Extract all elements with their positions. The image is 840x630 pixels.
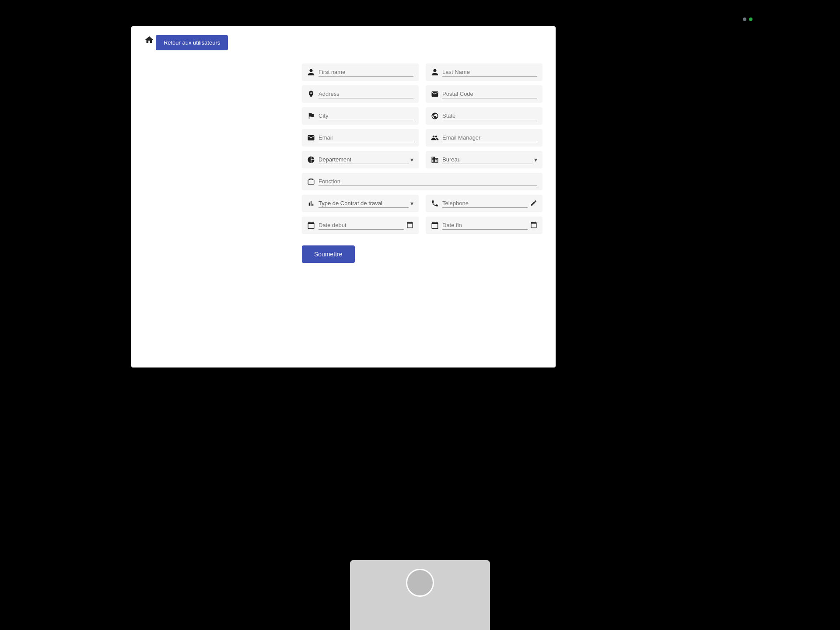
- type-contrat-field: Type de Contrat de travail ▾: [302, 195, 419, 212]
- state-field: [426, 107, 542, 125]
- avatar: [406, 569, 434, 597]
- first-name-input[interactable]: [318, 68, 413, 77]
- form-area: Departement ▾ Bureau ▾: [302, 63, 542, 263]
- telephone-edit-icon[interactable]: [530, 200, 537, 208]
- building-icon: [431, 156, 439, 164]
- last-name-input[interactable]: [442, 68, 537, 77]
- bureau-dropdown-icon: ▾: [534, 156, 537, 163]
- bureau-select[interactable]: Bureau: [442, 155, 532, 164]
- address-input[interactable]: [318, 90, 413, 98]
- row-dept-bureau: Departement ▾ Bureau ▾: [302, 151, 542, 168]
- back-button[interactable]: Retour aux utilisateurs: [156, 35, 228, 50]
- row-city-state: [302, 107, 542, 125]
- last-name-field: [426, 63, 542, 81]
- date-debut-picker-icon[interactable]: [406, 221, 413, 230]
- email-manager-input[interactable]: [442, 133, 537, 142]
- row-fonction: [302, 173, 542, 190]
- email-field: [302, 129, 419, 147]
- pie-chart-icon: [307, 156, 315, 164]
- row-email: [302, 129, 542, 147]
- calendar-debut-icon: [307, 221, 315, 229]
- fonction-field: [302, 173, 542, 190]
- calendar-fin-icon: [431, 221, 439, 229]
- state-input[interactable]: [442, 112, 537, 120]
- departement-dropdown-icon: ▾: [410, 156, 413, 163]
- dot-gray: [743, 18, 746, 21]
- type-contrat-select[interactable]: Type de Contrat de travail: [318, 199, 409, 208]
- row-address: [302, 85, 542, 103]
- dot-green: [749, 18, 752, 21]
- city-field: [302, 107, 419, 125]
- telephone-field: [426, 195, 542, 212]
- date-debut-field: [302, 217, 419, 234]
- row-contrat-tel: Type de Contrat de travail ▾: [302, 195, 542, 212]
- row-dates: [302, 217, 542, 234]
- date-fin-input[interactable]: [442, 221, 528, 230]
- person-icon-2: [431, 68, 439, 76]
- city-input[interactable]: [318, 112, 413, 120]
- telephone-input[interactable]: [442, 199, 528, 208]
- email-manager-field: [426, 129, 542, 147]
- date-fin-field: [426, 217, 542, 234]
- first-name-field: [302, 63, 419, 81]
- bottom-panel: [350, 560, 490, 630]
- status-dots: [743, 18, 752, 21]
- departement-field: Departement ▾: [302, 151, 419, 168]
- postal-icon: [431, 90, 439, 98]
- bureau-field: Bureau ▾: [426, 151, 542, 168]
- group-icon: [431, 134, 439, 142]
- fonction-input[interactable]: [318, 177, 537, 186]
- date-fin-picker-icon[interactable]: [530, 221, 537, 230]
- submit-button[interactable]: Soumettre: [302, 245, 355, 263]
- type-contrat-dropdown-icon: ▾: [410, 200, 413, 207]
- email-input[interactable]: [318, 133, 413, 142]
- date-debut-input[interactable]: [318, 221, 404, 230]
- departement-select[interactable]: Departement: [318, 155, 409, 164]
- row-name: [302, 63, 542, 81]
- flag-icon: [307, 112, 315, 120]
- phone-icon: [431, 200, 439, 207]
- globe-icon: [431, 112, 439, 120]
- location-pin-icon: [307, 90, 315, 98]
- main-panel: Retour aux utilisateurs: [131, 26, 556, 368]
- email-icon: [307, 134, 315, 142]
- bar-chart-icon: [307, 200, 315, 207]
- person-icon: [307, 68, 315, 76]
- home-icon[interactable]: [144, 35, 154, 46]
- postal-code-field: [426, 85, 542, 103]
- briefcase-icon: [307, 178, 315, 186]
- postal-code-input[interactable]: [442, 90, 537, 98]
- address-field: [302, 85, 419, 103]
